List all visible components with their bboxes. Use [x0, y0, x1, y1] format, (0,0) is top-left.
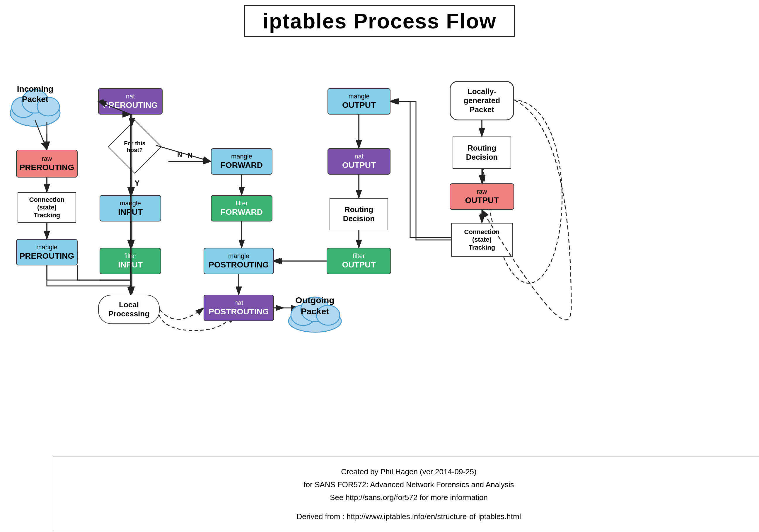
nat-output: nat OUTPUT — [328, 148, 390, 175]
conn-tracking-1: Connection (state) Tracking — [18, 192, 76, 223]
outgoing-packet: OutgoingPacket — [284, 283, 346, 336]
svg-marker-65 — [391, 99, 395, 103]
mangle-output: mangle OUTPUT — [328, 88, 390, 114]
filter-output: filter OUTPUT — [327, 248, 391, 274]
footer-line2: for SANS FOR572: Advanced Network Forens… — [62, 478, 755, 491]
raw-output: raw OUTPUT — [450, 184, 514, 210]
nat-postrouting: nat POSTROUTING — [204, 295, 274, 321]
conn-tracking-2: Connection (state) Tracking — [451, 223, 513, 257]
incoming-packet: Incoming Packet — [6, 69, 64, 134]
svg-text:N: N — [177, 150, 182, 158]
diamond-label: For thishost? — [124, 140, 145, 153]
mangle-input: mangle INPUT — [100, 195, 161, 222]
nat-prerouting: nat PREROUTING — [98, 88, 163, 114]
incoming-packet-label: Incoming Packet — [6, 84, 64, 104]
filter-forward: filter FORWARD — [211, 195, 272, 222]
diamond-for-this-host: For thishost? — [113, 125, 151, 163]
locally-generated: Locally- generated Packet — [450, 81, 514, 120]
outgoing-packet-label: OutgoingPacket — [284, 295, 346, 317]
n-label: N — [187, 151, 192, 159]
svg-line-50 — [156, 145, 211, 161]
routing-decision-2: Routing Decision — [330, 198, 388, 230]
routing-decision-3: Routing Decision — [453, 137, 511, 169]
raw-prerouting: raw PREROUTING — [16, 150, 78, 178]
filter-input: filter INPUT — [100, 248, 161, 274]
y-label: Y — [135, 179, 140, 187]
page-title: iptables Process Flow — [0, 0, 759, 40]
diagram: Incoming Packet raw PREROUTING Connectio… — [0, 40, 759, 456]
mangle-forward: mangle FORWARD — [211, 148, 272, 175]
mangle-postrouting: mangle POSTROUTING — [204, 248, 274, 274]
footer-line1: Created by Phil Hagen (ver 2014-09-25) — [62, 465, 755, 478]
mangle-prerouting: mangle PREROUTING — [16, 239, 78, 266]
footer: Created by Phil Hagen (ver 2014-09-25) f… — [53, 456, 759, 532]
footer-line5: Derived from : http://www.iptables.info/… — [62, 510, 755, 523]
local-processing: Local Processing — [98, 295, 160, 324]
footer-line3: See http://sans.org/for572 for more info… — [62, 491, 755, 504]
